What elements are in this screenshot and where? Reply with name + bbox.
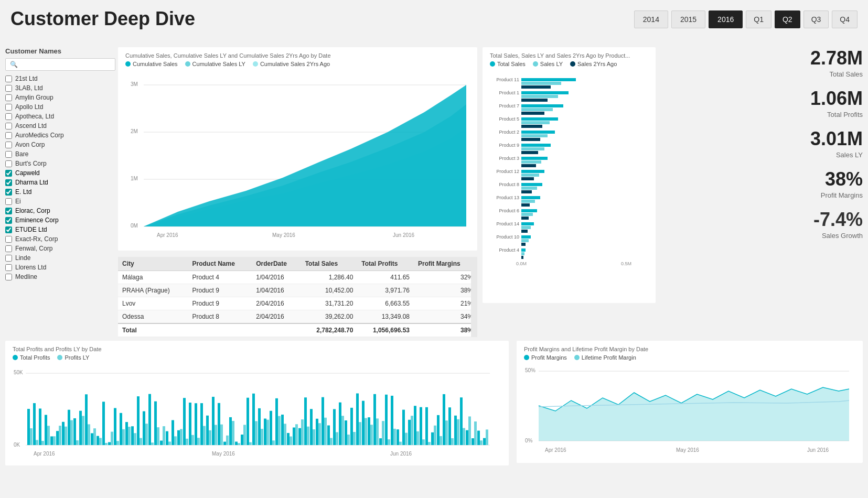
svg-rect-65 [521,243,526,246]
customer-name-label: Ascend Ltd [15,122,47,129]
q4-button[interactable]: Q4 [832,10,858,28]
table-header[interactable]: Product Name [188,257,252,271]
svg-rect-41 [521,164,536,167]
customer-checkbox[interactable] [5,208,12,214]
svg-rect-222 [440,436,442,445]
customer-item[interactable]: Llorens Ltd [5,263,115,272]
customer-item[interactable]: Ei [5,197,115,206]
customer-checkbox[interactable] [5,264,12,271]
kpi-total-profits: 1.06M Total Profits [768,88,863,118]
svg-rect-106 [105,443,108,445]
customer-item[interactable]: Amylin Group [5,93,115,102]
svg-rect-151 [235,441,238,445]
svg-rect-88 [53,436,56,445]
customer-item[interactable]: Exact-Rx, Corp [5,234,115,244]
table-row[interactable]: LvovProduct 92/04/201631,731.206,663.552… [118,297,477,310]
customer-item[interactable]: Avon Corp [5,140,115,149]
customer-checkbox[interactable] [5,104,12,111]
customer-checkbox[interactable] [5,170,12,177]
svg-rect-161 [264,419,266,445]
customer-checkbox[interactable] [5,75,12,82]
table-header[interactable]: Profit Margins [414,257,477,271]
customer-checkbox[interactable] [5,179,12,186]
legend-profits-ly: Profits LY [57,354,89,361]
customer-name-label: Fenwal, Corp [15,245,52,252]
svg-rect-206 [393,429,396,445]
svg-rect-99 [85,394,88,445]
svg-rect-216 [422,439,425,445]
customer-item[interactable]: Medline [5,272,115,282]
customer-checkbox[interactable] [5,236,12,243]
customer-checkbox[interactable] [5,217,12,224]
customer-checkbox[interactable] [5,151,12,158]
q3-button[interactable]: Q3 [803,10,829,28]
svg-rect-97 [79,411,82,445]
kpi-sales-ly-label: Sales LY [768,151,863,159]
customer-search-input[interactable] [5,58,115,71]
table-header[interactable]: OrderDate [252,257,301,271]
table-header[interactable]: Total Profits [357,257,414,271]
kpi-total-sales: 2.78M Total Sales [768,47,863,78]
svg-rect-104 [99,438,102,445]
svg-rect-229 [460,397,463,445]
customer-item[interactable]: Elorac, Corp [5,206,115,215]
customer-item[interactable]: Eminence Corp [5,215,115,225]
customer-name-label: Avon Corp [15,141,45,148]
svg-rect-236 [480,440,483,445]
customer-item[interactable]: Dharma Ltd [5,178,115,187]
customer-checkbox[interactable] [5,189,12,196]
table-row[interactable]: OdessaProduct 82/04/201639,262.0013,349.… [118,310,477,324]
customer-checkbox[interactable] [5,142,12,148]
customer-name-label: Bare [15,150,28,158]
customer-panel-title: Customer Names [5,47,115,55]
customer-checkbox[interactable] [5,123,12,129]
customer-checkbox[interactable] [5,94,12,101]
customer-item[interactable]: 21st Ltd [5,74,115,83]
table-header[interactable]: City [118,257,188,271]
customer-checkbox[interactable] [5,226,12,233]
legend-dot-cumulative-sales [125,61,131,67]
customer-checkbox[interactable] [5,274,12,280]
svg-rect-128 [168,441,171,445]
customer-checkbox[interactable] [5,255,12,262]
customer-checkbox[interactable] [5,245,12,252]
customer-name-label: 3LAB, Ltd [15,84,43,92]
table-row[interactable]: MálagaProduct 41/04/20161,286.40411.6532… [118,271,477,284]
customer-item[interactable]: Bare [5,149,115,159]
customer-item[interactable]: Apollo Ltd [5,102,115,112]
year-2014-button[interactable]: 2014 [634,10,668,28]
q2-button[interactable]: Q2 [775,10,800,28]
q1-button[interactable]: Q1 [746,10,771,28]
customer-checkbox[interactable] [5,198,12,205]
customer-checkbox[interactable] [5,113,12,120]
profits-chart-title: Total Profits and Profits LY by Date [13,346,501,352]
customer-item[interactable]: E. Ltd [5,187,115,197]
svg-rect-157 [252,394,255,445]
svg-rect-238 [486,429,488,445]
customer-item[interactable]: Ascend Ltd [5,121,115,131]
customer-item[interactable]: Burt's Corp [5,159,115,168]
table-header[interactable]: Total Sales [301,257,358,271]
customer-item[interactable]: Linde [5,253,115,263]
table-row[interactable]: PRAHA (Prague)Product 91/04/201610,452.0… [118,284,477,297]
profits-chart-svg: 50K 0K Apr 2016 May 2016 Jun 2016 [13,364,495,458]
customer-item[interactable]: ETUDE Ltd [5,225,115,234]
year-2015-button[interactable]: 2015 [671,10,705,28]
svg-rect-84 [41,441,44,445]
year-2016-button[interactable]: 2016 [709,10,743,28]
svg-rect-68 [521,252,524,255]
svg-rect-69 [521,256,523,259]
customer-checkbox[interactable] [5,160,12,167]
customer-item[interactable]: Apotheca, Ltd [5,112,115,121]
customer-item[interactable]: AuroMedics Corp [5,131,115,140]
svg-rect-134 [186,439,188,445]
svg-rect-117 [137,396,140,445]
svg-rect-122 [151,442,154,445]
customer-item[interactable]: Capweld [5,168,115,178]
customer-checkbox[interactable] [5,85,12,92]
table-scrollbar[interactable] [471,257,477,337]
customer-item[interactable]: Fenwal, Corp [5,244,115,253]
customer-item[interactable]: 3LAB, Ltd [5,83,115,93]
customer-checkbox[interactable] [5,132,12,139]
svg-text:50%: 50% [525,367,535,373]
